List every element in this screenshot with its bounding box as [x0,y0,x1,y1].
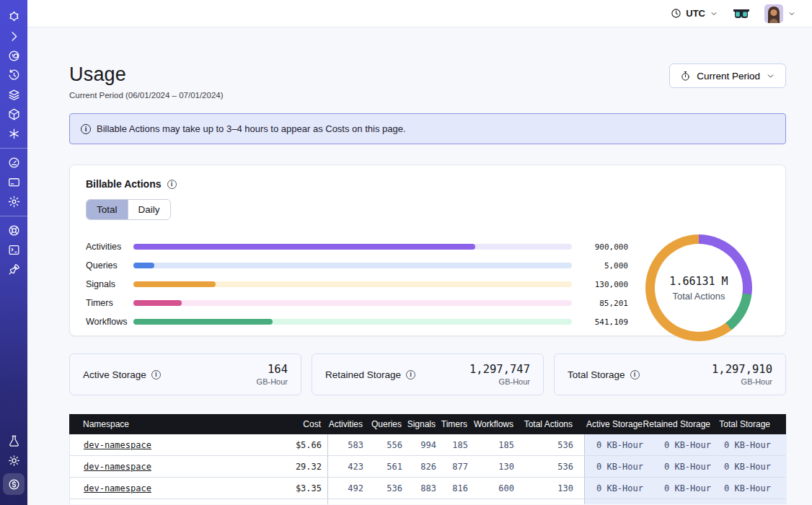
cube-icon[interactable] [0,105,27,124]
page-subtitle: Current Period (06/01/2024 – 07/01/2024) [69,91,224,100]
content: Usage Current Period (06/01/2024 – 07/01… [27,27,812,505]
cost-cell: $3.35 [258,478,327,499]
topbar: UTC [27,0,812,27]
bar-row-workflows: Workflows 541,109 [86,312,628,331]
column-header-active-storage[interactable]: Active Storage [583,414,643,434]
retained-storage-label: Retained Storage [325,369,401,380]
layers-icon[interactable] [0,85,27,105]
total-storage-cell: 0 KB-Hour [711,434,787,455]
billable-actions-title: Billable Actions [86,178,162,190]
bar-row-signals: Signals 130,000 [86,275,628,294]
bar-fill [133,281,216,287]
info-icon[interactable]: i [630,370,640,379]
table-header-row: Namespace Cost Activities Queries Signal… [69,414,786,434]
total-storage-cell: 0 KB-Hour [711,456,787,477]
table-row-partial [69,499,786,504]
docs-terminal-icon[interactable] [0,240,27,260]
total-storage-cell: 0 KB-Hour [711,478,787,499]
cost-cell: 29.32 [258,456,327,477]
queries-cell: 536 [363,478,402,499]
main-area: UTC Usage Current Period (06/01/2024 – 0… [27,0,812,505]
storage-summary-row: Active Storage i 164 GB-Hour Retained St… [69,354,786,395]
chevron-down-icon [766,71,775,81]
timezone-selector[interactable]: UTC [671,8,718,19]
bar-value: 900,000 [572,242,628,252]
billable-bar-chart: Activities 900,000 Queries 5,000 Signals… [86,234,628,341]
stopwatch-icon [680,71,691,82]
retained-storage-cell: 0 KB-Hour [643,434,711,455]
column-header-total-storage[interactable]: Total Storage [710,414,786,434]
bar-value: 85,201 [572,299,628,308]
support-lifebuoy-icon[interactable] [0,221,27,240]
column-header-retained-storage[interactable]: Retained Storage [643,414,710,434]
total-actions-cell: 536 [514,456,584,477]
active-storage-card: Active Storage i 164 GB-Hour [69,354,301,395]
column-header-cost[interactable]: Cost [257,414,327,434]
workflows-cell: 185 [468,434,514,455]
active-storage-unit: GB-Hour [257,377,288,386]
theme-sun-icon[interactable] [0,451,27,470]
timezone-label: UTC [686,8,705,19]
column-header-total-actions[interactable]: Total Actions [513,414,583,434]
workflows-cell: 600 [468,478,514,499]
schedules-clock-icon[interactable] [0,66,27,85]
tab-daily[interactable]: Daily [128,200,170,219]
sidebar [0,0,27,505]
info-icon[interactable]: i [406,370,415,379]
lab-flask-icon[interactable] [0,431,27,451]
billing-card-icon[interactable] [0,172,27,192]
timers-cell: 816 [436,478,468,499]
bar-label: Timers [86,298,133,308]
bar-row-activities: Activities 900,000 [86,237,628,256]
namespace-link[interactable]: dev-namespace [84,483,151,493]
info-icon[interactable]: i [167,180,177,189]
signals-cell: 826 [402,456,436,477]
namespace-usage-table: Namespace Cost Activities Queries Signal… [69,414,786,505]
rocket-icon[interactable] [0,260,27,279]
column-header-namespace[interactable]: Namespace [69,414,257,434]
asterisk-icon[interactable] [0,124,27,144]
bar-value: 130,000 [572,280,628,289]
chevron-right-icon[interactable] [0,27,27,46]
settings-gear-icon[interactable] [0,192,27,211]
tab-total[interactable]: Total [87,200,128,219]
chevron-down-icon [787,9,796,18]
workflows-cell: 130 [468,456,514,477]
bar-label: Activities [86,242,133,252]
active-storage-label: Active Storage [83,369,146,380]
active-storage-cell: 0 KB-Hour [584,434,643,455]
column-header-timers[interactable]: Timers [436,414,467,434]
temporal-logo-icon[interactable] [0,7,27,27]
bar-fill [133,244,475,250]
total-storage-unit: GB-Hour [712,377,772,386]
cost-coin-icon[interactable] [3,473,25,495]
info-icon[interactable]: i [151,370,161,379]
usage-gauge-icon[interactable] [0,153,27,172]
namespace-link[interactable]: dev-namespace [84,462,151,472]
billable-actions-card: Billable Actions i Total Daily Activitie… [69,164,786,336]
period-selector-button[interactable]: Current Period [669,63,786,88]
info-icon: i [81,124,91,134]
timers-cell: 877 [436,456,468,477]
activities-cell: 423 [327,456,363,477]
bar-track [133,319,572,325]
namespaces-spiral-icon[interactable] [0,46,27,66]
total-actions-label: Total Actions [673,291,725,302]
total-actions-donut-chart: 1.66131 M Total Actions [645,234,752,341]
avatar [764,4,783,23]
queries-cell: 556 [363,434,402,455]
column-header-signals[interactable]: Signals [402,414,436,434]
namespace-link[interactable]: dev-namespace [84,440,151,450]
bar-row-queries: Queries 5,000 [86,256,628,275]
queries-cell: 561 [363,456,402,477]
clock-icon [671,8,681,19]
bar-value: 5,000 [572,261,628,271]
bar-row-timers: Timers 85,201 [86,294,628,312]
column-header-workflows[interactable]: Workflows [467,414,513,434]
user-menu[interactable] [764,4,796,23]
glasses-icon[interactable] [733,9,750,19]
total-actions-value: 1.66131 M [669,275,728,288]
column-header-queries[interactable]: Queries [363,414,402,434]
page-title: Usage [69,63,224,86]
column-header-activities[interactable]: Activities [327,414,363,434]
